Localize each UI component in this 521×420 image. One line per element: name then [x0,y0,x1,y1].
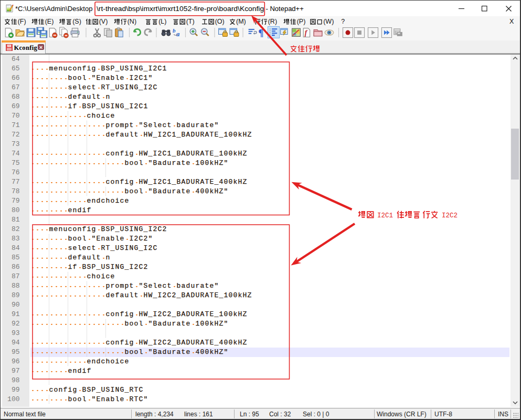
svg-text:(R): (R) [268,18,277,25]
svg-text:¶: ¶ [258,27,263,38]
svg-text:(F): (F) [18,18,26,25]
svg-text:(S): (S) [72,18,81,25]
svg-text:(W): (W) [323,18,334,25]
svg-text:(M): (M) [236,18,246,25]
svg-text:X: X [509,18,514,25]
svg-text:(E): (E) [45,18,54,25]
svg-text:(L): (L) [158,18,166,25]
svg-text:(V): (V) [99,18,108,25]
svg-text:b: b [173,27,176,34]
svg-text:(P): (P) [297,18,306,25]
svg-text:(N): (N) [127,18,136,25]
svg-text:(O): (O) [215,18,225,25]
svg-text:?: ? [341,18,345,25]
svg-text:(T): (T) [186,18,195,25]
svg-text:a: a [176,30,180,38]
